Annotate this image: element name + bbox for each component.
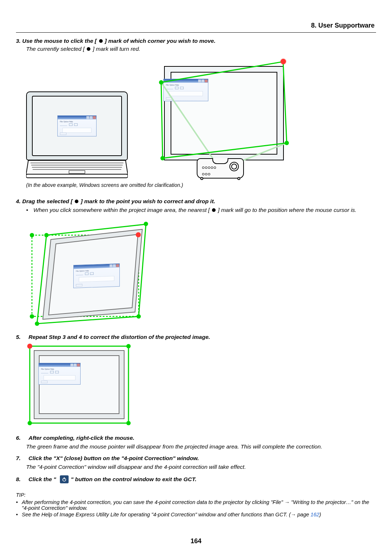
- step-3-body: The currently selected [ ] mark will tur…: [26, 46, 376, 52]
- step-4-bullet: • When you click somewhere within the pr…: [26, 207, 376, 213]
- mini-btn-icon: [70, 364, 73, 366]
- step-8-post: " button on the control window to exit t…: [71, 476, 196, 483]
- step-7-body: The "4-point Correction" window will dis…: [26, 464, 376, 470]
- bullet-icon: •: [26, 207, 33, 213]
- projector-foot-icon: [200, 177, 203, 180]
- laptop-base: [26, 160, 128, 179]
- mini-btn-icon: [90, 116, 93, 119]
- step-6-body: The green frame and the mouse pointer wi…: [26, 443, 376, 450]
- projector-lens-icon: [229, 162, 239, 171]
- mini-close-icon: [116, 264, 119, 267]
- corner-dot-icon: [44, 233, 49, 237]
- step-7-title: 7. Click the "X" (close) button on the "…: [16, 455, 376, 462]
- bullet-icon: •: [16, 499, 22, 511]
- step-8-title: 8. Click the " " button on the control w…: [16, 475, 376, 483]
- cursor-cross-icon: [136, 232, 141, 237]
- mini-preview: [62, 128, 92, 133]
- corner-dot-icon: [126, 344, 131, 348]
- projector-foot-icon: [237, 177, 240, 180]
- section-title: 8. User Supportware: [16, 22, 376, 29]
- bullet-text: When you click somewhere within the proj…: [33, 207, 376, 213]
- mini-footer-btn: [41, 381, 48, 383]
- dot-icon: [212, 208, 216, 212]
- page-link[interactable]: 162: [311, 512, 319, 517]
- corner-dot-icon: [28, 421, 32, 425]
- mini-btn-icon: [110, 264, 113, 267]
- laptop-inner: File Option Help: [32, 96, 122, 156]
- corner-dot-icon: [136, 314, 141, 319]
- cursor-cross-icon: [27, 344, 32, 349]
- step-number: 3.: [16, 38, 21, 44]
- mini-footer-btn: [60, 132, 66, 135]
- bullet-post: ] mark will go to the position where the…: [216, 207, 356, 213]
- mini-button: [69, 123, 73, 126]
- tip-1: • After performing the 4-point correctio…: [16, 499, 376, 511]
- corner-dot-icon: [285, 141, 289, 145]
- mini-button: [90, 272, 94, 275]
- mini-body: File Option Help: [74, 267, 119, 283]
- manual-page: 8. User Supportware 3. Use the mouse to …: [0, 0, 392, 553]
- corner-dot-icon: [159, 80, 163, 85]
- figures-row-1: File Option Help: [26, 59, 376, 179]
- mini-button: [85, 273, 89, 275]
- bullet-icon: •: [16, 512, 22, 517]
- mini-button: [74, 123, 78, 126]
- step-3-post: ] mark of which corner you wish to move.: [103, 38, 216, 44]
- mini-btn-icon: [74, 364, 77, 366]
- projector-figure: File Option Help: [142, 59, 298, 179]
- mini-close-icon: [93, 116, 96, 119]
- power-icon: [60, 475, 69, 483]
- step-3-title: 3. Use the mouse to click the [ ] mark o…: [16, 38, 376, 44]
- mini-button: [50, 371, 54, 373]
- mini-menu: File Option Help: [60, 120, 94, 123]
- step-4-title: 4. Drag the selected [ ] mark to the poi…: [16, 198, 376, 205]
- mini-field: [41, 372, 48, 373]
- mini-footer-btn: [76, 284, 82, 287]
- corner-dot-icon: [144, 222, 148, 226]
- step-number: 4.: [16, 198, 21, 204]
- mini-btn-icon: [113, 264, 116, 267]
- corner-dot-icon: [126, 421, 131, 425]
- mini-window: File Option Help: [57, 115, 97, 136]
- mini-window: File Option Help: [38, 363, 81, 385]
- laptop-figure: File Option Help: [26, 91, 128, 179]
- distorted-screen-figure: File Option Help: [26, 218, 157, 327]
- step-5-title: 5. Repeat Step 3 and 4 to correct the di…: [16, 334, 376, 340]
- dot-icon: [87, 47, 90, 51]
- step-6-title: 6. After completing, right-click the mou…: [16, 435, 376, 441]
- step-3-body-pre: The currently selected [: [26, 46, 86, 52]
- bullet-pre: When you click somewhere within the proj…: [33, 207, 211, 213]
- svg-line-7: [161, 82, 220, 169]
- tip-2: • See the Help of Image Express Utility …: [16, 512, 376, 517]
- figure-caption: (In the above example, Windows screens a…: [26, 182, 376, 188]
- tip-label: TIP:: [16, 492, 376, 498]
- laptop-screen: File Option Help: [26, 91, 128, 160]
- tip-2-post: ): [319, 512, 321, 517]
- mini-body: File Option Help: [39, 367, 80, 381]
- mini-titlebar: [58, 116, 96, 119]
- mini-field: [60, 124, 67, 126]
- mini-field: [76, 273, 83, 275]
- projector-buttons-icon: [202, 164, 216, 174]
- corrected-svg: [26, 343, 132, 427]
- mini-titlebar: [39, 363, 80, 367]
- step-3-pre: Use the mouse to click the [: [22, 38, 98, 44]
- tip-2-pre: See the Help of Image Express Utility Li…: [22, 512, 311, 517]
- tip-2-text: See the Help of Image Express Utility Li…: [22, 512, 376, 517]
- tip-1-text: After performing the 4-point correction,…: [22, 499, 376, 511]
- mini-window: File Option Help: [73, 263, 120, 288]
- projector-device-icon: [197, 158, 244, 179]
- step-4-post: ] mark to the point you wish to correct …: [79, 198, 215, 204]
- step-8-pre: 8. Click the ": [16, 476, 58, 483]
- corner-dot-icon: [30, 314, 34, 319]
- corner-dot-icon: [160, 156, 165, 160]
- mini-btn-icon: [86, 116, 89, 119]
- svg-rect-1: [26, 174, 128, 178]
- corrected-screen-figure: File Option Help: [26, 343, 132, 427]
- mini-close-icon: [77, 364, 80, 366]
- mini-body: File Option Help: [58, 119, 96, 134]
- dot-icon: [99, 39, 103, 43]
- horizontal-rule: [16, 32, 376, 33]
- mini-button: [55, 371, 59, 373]
- corner-dot-icon: [35, 321, 39, 326]
